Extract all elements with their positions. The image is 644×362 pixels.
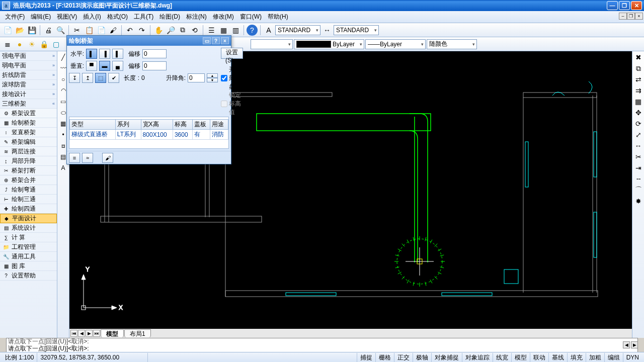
status-toggle[interactable]: 极轴 bbox=[413, 353, 431, 362]
sidebar-section[interactable]: ?设置帮助 bbox=[0, 271, 57, 281]
minimize-button[interactable]: — bbox=[607, 1, 618, 10]
offset-icon[interactable]: ⇉ bbox=[633, 85, 643, 96]
print-icon[interactable]: 🖨 bbox=[43, 25, 54, 36]
dcenter-icon[interactable]: ▦ bbox=[218, 25, 229, 36]
maximize-button[interactable]: ❐ bbox=[619, 1, 630, 10]
angle-down[interactable]: ▼ bbox=[207, 78, 218, 82]
rotate-icon[interactable]: ⟳ bbox=[633, 119, 643, 129]
sidebar-section[interactable]: ▦图 库 bbox=[0, 261, 57, 271]
menu-insert[interactable]: 插入(I) bbox=[80, 13, 104, 21]
dimstyle-icon[interactable]: ↔ bbox=[321, 25, 333, 36]
cmd-scroll-left[interactable]: ◀ bbox=[623, 341, 630, 348]
menu-format[interactable]: 格式(O) bbox=[104, 13, 131, 21]
sidebar-item[interactable]: ✎桥架编辑 bbox=[0, 137, 57, 147]
settings-button[interactable]: 设置(S)... bbox=[221, 48, 243, 59]
paste-icon[interactable]: 📄 bbox=[96, 25, 107, 36]
menu-dim[interactable]: 标注(N) bbox=[183, 13, 210, 21]
match-icon[interactable]: 🖌 bbox=[108, 25, 119, 36]
status-scale[interactable]: 比例 1:100 bbox=[2, 353, 37, 362]
mdi-close[interactable]: × bbox=[635, 13, 643, 20]
zoom-icon[interactable]: 🔎 bbox=[165, 25, 176, 36]
menu-modify[interactable]: 修改(M) bbox=[210, 13, 237, 21]
sidebar-item[interactable]: ⤴绘制弯通 bbox=[0, 185, 57, 195]
props-icon[interactable]: ☰ bbox=[206, 25, 217, 36]
sidebar-category[interactable]: 折线防雷» bbox=[0, 70, 57, 80]
preview-icon[interactable]: 🔍 bbox=[55, 25, 66, 36]
tab-nav-next[interactable]: ▶ bbox=[86, 330, 93, 337]
text-style-combo[interactable]: STANDARD bbox=[275, 25, 320, 35]
mode3-icon[interactable]: ⬚ bbox=[95, 73, 106, 83]
sidebar-category[interactable]: 弱电平面» bbox=[0, 61, 57, 70]
sidebar-section[interactable]: ◆平面设计 bbox=[0, 214, 57, 223]
sidebar-item[interactable]: ▦绘制桥架 bbox=[0, 118, 57, 128]
open-icon[interactable]: 📂 bbox=[14, 25, 25, 36]
status-toggle[interactable]: 联动 bbox=[530, 353, 548, 362]
extend-icon[interactable]: ⇥ bbox=[633, 163, 643, 173]
close-button[interactable]: ✕ bbox=[631, 1, 642, 10]
stretch-icon[interactable]: ↔ bbox=[633, 141, 643, 151]
copy-icon[interactable]: 📋 bbox=[84, 25, 95, 36]
sidebar-item[interactable]: ≋两层连接 bbox=[0, 147, 57, 156]
dim-style-combo[interactable]: STANDARD bbox=[334, 25, 379, 35]
menu-help[interactable]: 帮助(H) bbox=[265, 13, 291, 21]
status-toggle[interactable]: 基线 bbox=[548, 353, 567, 362]
new-icon[interactable]: 📄 bbox=[2, 25, 13, 36]
menu-tools[interactable]: 工具(T) bbox=[131, 13, 156, 21]
footer-mode2[interactable]: ≈ bbox=[82, 153, 93, 163]
tab-model[interactable]: 模型 bbox=[101, 329, 124, 337]
mdi-restore[interactable]: ❐ bbox=[627, 13, 635, 20]
layer-freeze-icon[interactable]: ☀ bbox=[26, 39, 37, 50]
sidebar-item[interactable]: ⊢绘制三通 bbox=[0, 195, 57, 204]
sidebar-section[interactable]: 📁工程管理 bbox=[0, 242, 57, 252]
offset-h-input[interactable] bbox=[142, 49, 167, 58]
mode2-icon[interactable]: ↥ bbox=[82, 73, 93, 83]
layer-combo[interactable] bbox=[251, 39, 293, 49]
dialog-pin-icon[interactable]: ▭ bbox=[203, 37, 211, 44]
move-icon[interactable]: ✥ bbox=[633, 108, 643, 118]
mdi-minimize[interactable]: – bbox=[619, 13, 627, 20]
array-icon[interactable]: ▦ bbox=[633, 97, 643, 107]
sidebar-section[interactable]: ▤系统设计 bbox=[0, 223, 57, 233]
status-toggle[interactable]: 栅格 bbox=[375, 353, 394, 362]
status-toggle[interactable]: 模型 bbox=[511, 353, 530, 362]
sidebar-item[interactable]: ⚙桥架设置 bbox=[0, 109, 57, 118]
status-toggle[interactable]: 加粗 bbox=[586, 353, 604, 362]
layer-color-icon[interactable]: ▢ bbox=[50, 39, 61, 50]
v-align-bot[interactable]: ▄ bbox=[112, 61, 123, 71]
sidebar-category[interactable]: 滚球防雷» bbox=[0, 80, 57, 89]
fillet-icon[interactable]: ⌒ bbox=[633, 185, 643, 195]
copy2-icon[interactable]: ⧉ bbox=[633, 63, 643, 73]
command-input[interactable] bbox=[7, 345, 637, 352]
linetype-combo[interactable]: ByLayer bbox=[294, 39, 364, 49]
tab-layout1[interactable]: 布局1 bbox=[124, 329, 151, 337]
footer-mode1[interactable]: ≡ bbox=[69, 153, 80, 163]
menu-file[interactable]: 文件(F) bbox=[2, 13, 28, 21]
v-align-top[interactable]: ▀ bbox=[86, 61, 97, 71]
sidebar-item[interactable]: ✂桥架打断 bbox=[0, 166, 57, 175]
scale-checkbox[interactable] bbox=[221, 75, 227, 81]
menu-edit[interactable]: 编辑(E) bbox=[28, 13, 54, 21]
layer-lock-icon[interactable]: 🔒 bbox=[38, 39, 49, 50]
tab-nav-last[interactable]: ⏭ bbox=[93, 330, 100, 337]
v-align-mid[interactable]: ▬ bbox=[99, 61, 110, 71]
zoom-win-icon[interactable]: ⧉ bbox=[177, 25, 188, 36]
sidebar-section[interactable]: ∑计 算 bbox=[0, 233, 57, 242]
status-toggle[interactable]: 对象捕捉 bbox=[431, 353, 462, 362]
sidebar-item[interactable]: ↕竖直桥架 bbox=[0, 128, 57, 137]
color-combo[interactable]: 随颜色 bbox=[427, 39, 477, 49]
sidebar-section[interactable]: 🔧通用工具 bbox=[0, 252, 57, 261]
scale-icon[interactable]: ⤢ bbox=[633, 130, 643, 140]
draw-bridge-dialog[interactable]: 绘制桥架 ▭ ? × 水平: ▌ ▐ ▌ 偏移 垂直: ▀ ▬ ▄ bbox=[66, 35, 231, 164]
status-toggle[interactable]: 正交 bbox=[394, 353, 413, 362]
mode4-icon[interactable]: ✔ bbox=[108, 73, 119, 83]
sidebar-category[interactable]: 强电平面» bbox=[0, 51, 57, 61]
status-toggle[interactable]: DYN bbox=[623, 353, 642, 362]
help-icon[interactable]: ? bbox=[247, 25, 258, 36]
textstyle-icon[interactable]: A bbox=[263, 25, 274, 36]
status-toggle[interactable]: 线宽 bbox=[493, 353, 511, 362]
dialog-close-icon[interactable]: × bbox=[221, 37, 229, 44]
layermgr-icon[interactable]: ≣ bbox=[2, 39, 13, 50]
status-toggle[interactable]: 填充 bbox=[567, 353, 586, 362]
zoom-prev-icon[interactable]: ⟲ bbox=[189, 25, 200, 36]
status-toggle[interactable]: 捕捉 bbox=[357, 353, 375, 362]
